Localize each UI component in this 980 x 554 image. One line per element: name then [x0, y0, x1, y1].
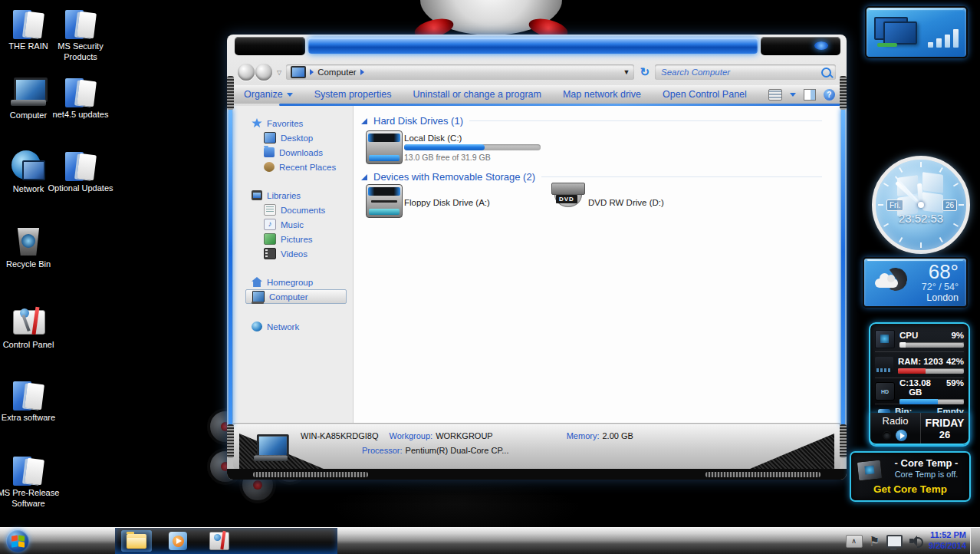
sidebar-item-desktop[interactable]: Desktop — [233, 130, 353, 145]
desktop-icon-optional-updates[interactable]: Optional Updates — [48, 148, 113, 194]
search-box[interactable] — [655, 64, 836, 80]
details-mesh-corner — [750, 434, 834, 469]
sidebar-item-music[interactable]: ♪ Music — [233, 217, 353, 232]
desktop-icon-ms-security-products[interactable]: MS Security Products — [48, 6, 113, 63]
hard-drive-icon[interactable] — [366, 130, 403, 164]
network-tray-icon[interactable] — [886, 535, 903, 548]
get-core-temp-link[interactable]: Get Core Temp — [851, 483, 969, 495]
taskbar-media-player-button[interactable] — [163, 530, 193, 552]
address-row: ▽ Computer ▼ ↻ — [238, 62, 836, 82]
folder-icon — [12, 380, 45, 411]
taskbar-control-panel-button[interactable] — [204, 530, 235, 552]
taskbar-date: 9/26/2014 — [929, 541, 966, 552]
floppy-drive-icon[interactable] — [366, 184, 403, 218]
window-bottom-chrome — [227, 469, 847, 480]
cpu-row: CPU 9% — [875, 327, 964, 352]
media-player-icon — [169, 532, 187, 550]
search-input[interactable] — [659, 67, 821, 77]
desktop-icon-label: Recycle Bin — [6, 259, 51, 270]
memory-value: 2.00 GB — [602, 431, 633, 440]
search-icon[interactable] — [821, 68, 831, 77]
sidebar-item-recent-places[interactable]: Recent Places — [233, 160, 353, 174]
radio-power-icon[interactable] — [883, 432, 890, 439]
drive-name[interactable]: DVD RW Drive (D:) — [588, 198, 664, 207]
desktop-icon-label: MS Security Products — [48, 41, 113, 63]
organize-label: Organize — [244, 89, 283, 100]
window-chrome-knurl — [705, 472, 821, 477]
group-collapse-icon[interactable] — [361, 118, 367, 124]
radio-play-button[interactable] — [896, 430, 907, 441]
sidebar-item-pictures[interactable]: Pictures — [233, 232, 353, 246]
ram-icon — [875, 357, 893, 374]
sidebar-label: Videos — [281, 249, 307, 259]
sidebar-item-libraries[interactable]: Libraries — [233, 188, 353, 203]
sidebar-item-homegroup[interactable]: Homegroup — [233, 275, 353, 289]
start-button[interactable] — [6, 529, 29, 552]
computer-icon — [291, 66, 306, 78]
breadcrumb[interactable]: Computer — [317, 68, 357, 77]
command-toolbar: Organize System properties Uninstall or … — [233, 85, 840, 104]
clock-gadget[interactable]: Fri. 26 23:52:53 — [872, 156, 970, 254]
organize-button[interactable]: Organize — [244, 89, 293, 100]
views-dropdown-icon[interactable] — [790, 93, 796, 97]
folder-icon — [12, 8, 45, 39]
recycle-bin-icon — [11, 223, 46, 257]
sidebar-item-computer[interactable]: Computer — [245, 289, 347, 304]
views-icon[interactable] — [768, 89, 782, 101]
window-border-glow — [841, 108, 845, 426]
show-hidden-icons-button[interactable]: ∧ — [846, 535, 863, 548]
volume-icon[interactable] — [909, 536, 922, 546]
sidebar-label: Recent Places — [279, 163, 336, 172]
address-bar[interactable]: Computer ▼ — [286, 64, 634, 80]
cloud-icon — [875, 279, 898, 288]
group-header-hard-disks[interactable]: Hard Disk Drives (1) — [361, 115, 822, 127]
explorer-window: ▽ Computer ▼ ↻ Organize System propertie… — [227, 35, 847, 480]
taskbar-explorer-button[interactable] — [121, 530, 152, 552]
clock-hub — [918, 202, 924, 208]
workgroup-label: Workgroup: — [389, 431, 432, 440]
folder-icon — [64, 150, 97, 181]
dvd-badge: DVD — [556, 195, 577, 203]
desktop-icon-recycle-bin[interactable]: Recycle Bin — [0, 223, 61, 270]
taskbar-clock[interactable]: 11:52 PM 9/26/2014 — [929, 530, 966, 552]
window-chrome-knurl — [840, 424, 847, 458]
signal-bars-icon — [928, 29, 959, 48]
desktop-icon-extra-software[interactable]: Extra software — [0, 378, 61, 424]
desktop-icon-net45-updates[interactable]: net4.5 updates — [48, 74, 113, 120]
title-bar-glass — [308, 38, 758, 54]
group-header-removable[interactable]: Devices with Removable Storage (2) — [361, 171, 822, 183]
sidebar-item-downloads[interactable]: Downloads — [233, 145, 353, 160]
system-properties-button[interactable]: System properties — [314, 89, 392, 100]
uninstall-program-button[interactable]: Uninstall or change a program — [413, 89, 541, 100]
forward-button[interactable] — [255, 64, 272, 81]
preview-pane-icon[interactable] — [804, 89, 816, 101]
drive-name[interactable]: Local Disk (C:) — [404, 134, 462, 143]
core-temp-gadget[interactable]: - Core Temp - Core Temp is off. Get Core… — [850, 451, 971, 502]
sidebar-item-network[interactable]: Network — [233, 319, 353, 334]
weather-gadget[interactable]: 68° 72° / 54° London — [863, 257, 968, 308]
sidebar-item-documents[interactable]: Documents — [233, 203, 353, 217]
desktop-icon-label: Computer — [10, 110, 47, 121]
sidebar-label: Computer — [269, 292, 308, 302]
group-collapse-icon[interactable] — [361, 174, 367, 180]
address-dropdown-icon[interactable]: ▼ — [623, 68, 630, 76]
refresh-icon[interactable]: ↻ — [637, 65, 652, 79]
downloads-icon — [264, 147, 275, 157]
help-icon[interactable]: ? — [824, 89, 835, 101]
desktop-icon-control-panel[interactable]: Control Panel — [0, 304, 61, 351]
sidebar-item-videos[interactable]: Videos — [233, 246, 353, 261]
drive-name[interactable]: Floppy Disk Drive (A:) — [404, 198, 490, 207]
back-button[interactable] — [238, 64, 255, 81]
window-controls-orb[interactable] — [814, 41, 828, 50]
title-bar-cap — [235, 37, 305, 55]
recent-pages-dropdown[interactable]: ▽ — [277, 69, 281, 76]
action-center-flag-icon[interactable]: ⚑ — [870, 534, 880, 548]
show-desktop-button[interactable] — [970, 528, 980, 554]
open-control-panel-button[interactable]: Open Control Panel — [663, 89, 747, 100]
title-bar[interactable] — [227, 35, 847, 59]
sidebar-item-favorites[interactable]: Favorites — [233, 116, 353, 130]
map-network-drive-button[interactable]: Map network drive — [563, 89, 641, 100]
dvd-drive-icon[interactable]: DVD — [550, 183, 585, 215]
desktop-icon-ms-pre-release-software[interactable]: MS Pre-Release Software — [0, 453, 61, 509]
network-monitor-gadget[interactable] — [865, 6, 968, 58]
